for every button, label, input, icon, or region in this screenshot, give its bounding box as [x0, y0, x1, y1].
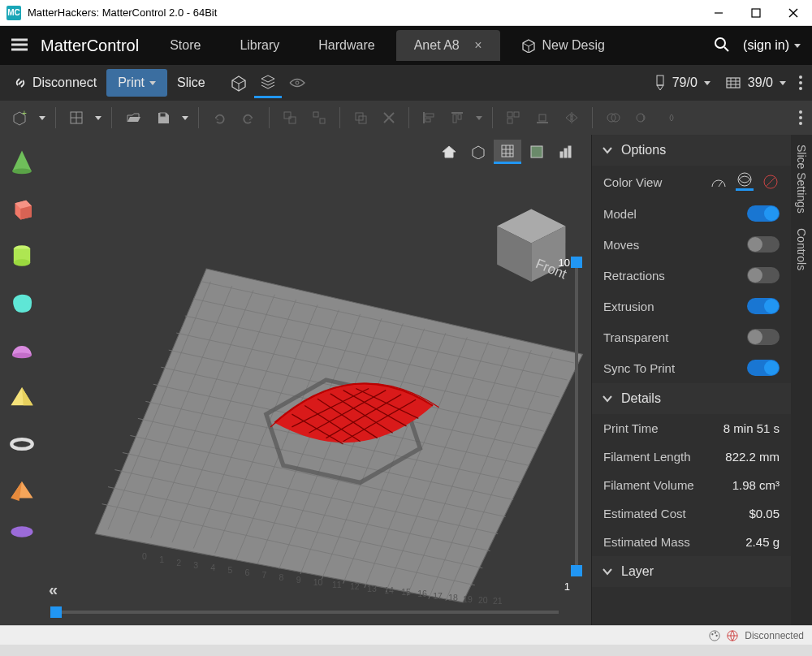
- chevron-down-icon[interactable]: [182, 116, 188, 120]
- options-header[interactable]: Options: [592, 135, 791, 166]
- print-button[interactable]: Print: [106, 69, 167, 97]
- speed-color-icon[interactable]: [710, 173, 728, 191]
- svg-marker-73: [473, 146, 484, 159]
- save-icon[interactable]: [149, 106, 177, 130]
- details-header[interactable]: Details: [592, 383, 791, 414]
- shape-hemisphere[interactable]: [8, 336, 36, 364]
- remove-icon[interactable]: [376, 106, 402, 130]
- opt-transparent-label: Transparent: [603, 330, 747, 344]
- combine-icon[interactable]: [599, 106, 627, 130]
- palette-icon: [709, 630, 720, 641]
- svg-text:15: 15: [401, 587, 411, 597]
- ungroup-icon[interactable]: [305, 106, 333, 130]
- svg-rect-41: [425, 114, 434, 117]
- view-layers-icon[interactable]: [254, 68, 282, 98]
- layer-range-slider[interactable]: [572, 257, 581, 576]
- tab-printer-active[interactable]: Anet A8 ×: [396, 30, 500, 61]
- tab-library[interactable]: Library: [222, 30, 297, 61]
- search-icon[interactable]: [709, 32, 735, 60]
- shape-tetra[interactable]: [8, 477, 36, 505]
- undo-icon[interactable]: [205, 106, 233, 130]
- shape-cone[interactable]: [8, 148, 36, 175]
- tab-store[interactable]: Store: [152, 30, 218, 61]
- opt-retractions-label: Retractions: [603, 269, 747, 283]
- overflow-menu-icon[interactable]: [794, 106, 807, 130]
- close-tab-icon[interactable]: ×: [474, 38, 482, 52]
- duplicate-icon[interactable]: [347, 106, 374, 130]
- subtract-icon[interactable]: [628, 106, 656, 130]
- svg-point-11: [715, 38, 725, 48]
- shaded-view-icon[interactable]: [464, 140, 492, 164]
- opt-sync-label: Sync To Print: [603, 361, 747, 375]
- group-icon[interactable]: [276, 106, 304, 130]
- retractions-toggle[interactable]: [747, 267, 780, 283]
- stats-view-icon[interactable]: [552, 140, 580, 164]
- svg-text:21: 21: [493, 596, 503, 606]
- sync-toggle[interactable]: [747, 360, 780, 376]
- collapse-panel-icon[interactable]: «: [49, 580, 58, 599]
- right-panel: Options Color View Model Moves Retractio…: [591, 135, 791, 625]
- chevron-down-icon[interactable]: [95, 116, 102, 120]
- no-color-icon[interactable]: [762, 173, 780, 191]
- overflow-menu-icon[interactable]: [794, 71, 807, 95]
- material-color-icon[interactable]: [736, 173, 754, 191]
- svg-marker-53: [572, 114, 577, 122]
- arrange-icon[interactable]: [499, 106, 527, 130]
- color-view-row: Color View: [592, 166, 791, 198]
- model-toggle[interactable]: [747, 205, 780, 222]
- maximize-button[interactable]: [737, 0, 775, 26]
- shape-pyramid[interactable]: [8, 383, 36, 411]
- svg-rect-21: [727, 78, 740, 88]
- view-eye-icon[interactable]: [283, 72, 311, 93]
- svg-point-64: [14, 259, 30, 266]
- shapes-palette: [0, 135, 44, 625]
- tab-slice-settings[interactable]: Slice Settings: [793, 141, 810, 217]
- bed-grid-icon[interactable]: [63, 106, 90, 130]
- extrusion-toggle[interactable]: [747, 298, 780, 314]
- shape-ring[interactable]: [8, 430, 36, 458]
- shape-blob[interactable]: [8, 289, 36, 317]
- lay-flat-icon[interactable]: [529, 106, 556, 130]
- globe-icon: [727, 630, 738, 641]
- mirror-icon[interactable]: [558, 106, 585, 130]
- sign-in-button[interactable]: (sign in): [738, 38, 806, 53]
- redo-icon[interactable]: [235, 106, 262, 130]
- view-model-icon[interactable]: [225, 69, 253, 97]
- chevron-down-icon[interactable]: [476, 116, 482, 120]
- orientation-cube[interactable]: Front: [497, 209, 569, 282]
- layer-header[interactable]: Layer: [592, 556, 791, 587]
- tab-controls[interactable]: Controls: [793, 225, 810, 274]
- chevron-down-icon[interactable]: [39, 116, 45, 120]
- home-view-icon[interactable]: [435, 140, 463, 164]
- shape-ellipsoid[interactable]: [8, 524, 36, 539]
- transparent-toggle[interactable]: [747, 329, 780, 345]
- minimize-button[interactable]: [700, 0, 737, 26]
- layer-time-slider[interactable]: [50, 607, 559, 617]
- tab-hardware[interactable]: Hardware: [300, 30, 392, 61]
- print-time-val: 8 min 51 s: [723, 421, 780, 435]
- svg-text:19: 19: [463, 594, 473, 604]
- hotend-temp[interactable]: 79/0: [648, 71, 717, 95]
- svg-text:16: 16: [417, 589, 427, 598]
- slice-button[interactable]: Slice: [169, 71, 214, 95]
- moves-toggle[interactable]: [747, 236, 780, 252]
- shape-cylinder[interactable]: [8, 242, 36, 270]
- svg-text:5: 5: [227, 565, 232, 575]
- open-icon[interactable]: [119, 106, 148, 130]
- action-bar: Disconnect Print Slice 79/0 39/0: [0, 65, 812, 101]
- grid-view-icon[interactable]: [494, 140, 521, 164]
- print-bed[interactable]: Front: [44, 135, 591, 625]
- disconnect-button[interactable]: Disconnect: [5, 71, 105, 95]
- viewport-3d[interactable]: Front: [44, 135, 591, 625]
- close-button[interactable]: [775, 0, 812, 26]
- solid-view-icon[interactable]: [523, 140, 551, 164]
- align-left-icon[interactable]: [416, 106, 442, 130]
- intersect-icon[interactable]: [658, 106, 685, 130]
- shape-cube[interactable]: [8, 195, 36, 222]
- add-object-icon[interactable]: +: [5, 106, 34, 130]
- align-top-icon[interactable]: [443, 106, 471, 130]
- menu-icon[interactable]: [5, 32, 34, 60]
- bed-temp[interactable]: 39/0: [719, 72, 793, 93]
- tab-new-design[interactable]: New Desig: [503, 30, 623, 61]
- svg-rect-47: [514, 112, 519, 117]
